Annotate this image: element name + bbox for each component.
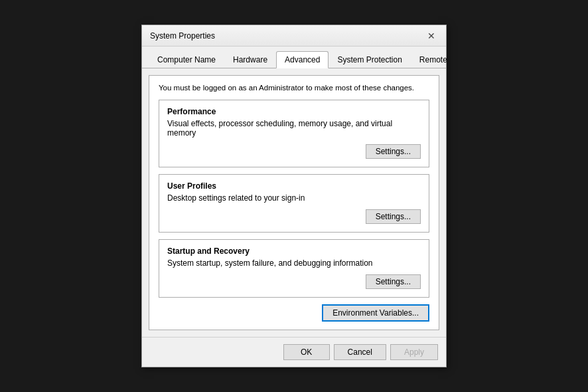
user-profiles-description: Desktop settings related to your sign-in: [167, 193, 421, 203]
tab-computer-name[interactable]: Computer Name: [149, 51, 224, 68]
environment-variables-button[interactable]: Environment Variables...: [322, 304, 429, 322]
cancel-button[interactable]: Cancel: [334, 344, 386, 360]
tab-advanced[interactable]: Advanced: [276, 51, 329, 68]
tab-bar: Computer Name Hardware Advanced System P…: [142, 47, 446, 68]
dialog-title: System Properties: [150, 31, 215, 41]
system-properties-dialog: System Properties ✕ Computer Name Hardwa…: [141, 25, 447, 367]
tab-remote[interactable]: Remote: [411, 51, 456, 68]
user-profiles-section: User Profiles Desktop settings related t…: [159, 174, 429, 233]
dialog-footer: OK Cancel Apply: [142, 337, 446, 367]
startup-recovery-title: Startup and Recovery: [167, 246, 421, 256]
inner-content: You must be logged on as an Administrato…: [149, 75, 439, 330]
title-bar: System Properties ✕: [142, 25, 446, 47]
close-button[interactable]: ✕: [425, 29, 438, 43]
admin-notice: You must be logged on as an Administrato…: [159, 84, 429, 92]
tab-content: You must be logged on as an Administrato…: [142, 68, 446, 337]
startup-recovery-description: System startup, system failure, and debu…: [167, 258, 421, 268]
startup-recovery-section: Startup and Recovery System startup, sys…: [159, 239, 429, 298]
ok-button[interactable]: OK: [283, 344, 330, 360]
user-profiles-settings-button[interactable]: Settings...: [366, 209, 421, 224]
startup-recovery-settings-button[interactable]: Settings...: [366, 274, 421, 289]
tab-system-protection[interactable]: System Protection: [329, 51, 410, 68]
tab-hardware[interactable]: Hardware: [224, 51, 276, 68]
performance-description: Visual effects, processor scheduling, me…: [167, 119, 421, 138]
performance-section: Performance Visual effects, processor sc…: [159, 100, 429, 167]
user-profiles-title: User Profiles: [167, 181, 421, 191]
performance-settings-button[interactable]: Settings...: [366, 144, 421, 159]
performance-title: Performance: [167, 107, 421, 116]
apply-button[interactable]: Apply: [390, 344, 438, 360]
